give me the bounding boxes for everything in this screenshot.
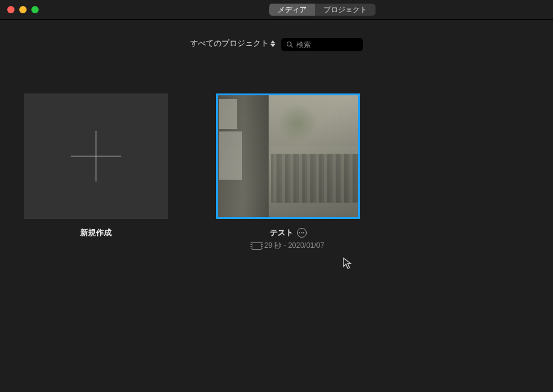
toolbar: すべてのプロジェクト [0, 20, 553, 57]
search-icon [286, 41, 293, 48]
window-controls [0, 6, 39, 13]
project-filter-dropdown[interactable]: すべてのプロジェクト [190, 38, 275, 49]
project-more-button[interactable] [297, 228, 307, 238]
project-tile: テスト 29 秒 - 2020/01/07 [216, 93, 360, 251]
minimize-window-button[interactable] [19, 6, 27, 13]
new-project-button[interactable] [24, 93, 168, 219]
maximize-window-button[interactable] [31, 6, 39, 13]
project-meta: 29 秒 - 2020/01/07 [252, 241, 324, 251]
new-project-label: 新規作成 [80, 227, 112, 238]
window-titlebar: メディア プロジェクト [0, 0, 553, 20]
filter-label: すべてのプロジェクト [190, 38, 269, 49]
project-thumbnail[interactable] [216, 93, 360, 219]
ellipsis-icon [299, 232, 304, 233]
search-input[interactable] [296, 40, 358, 49]
thumbnail-image [218, 95, 358, 217]
svg-line-1 [291, 46, 293, 48]
view-mode-tabs: メディア プロジェクト [269, 4, 376, 16]
projects-grid: 新規作成 テスト 29 秒 - 2020/01/07 [0, 57, 553, 287]
close-window-button[interactable] [7, 6, 14, 13]
new-project-tile: 新規作成 [24, 93, 168, 251]
plus-icon [71, 131, 121, 182]
project-meta-text: 29 秒 - 2020/01/07 [264, 241, 324, 251]
project-title: テスト [270, 227, 293, 238]
tab-media[interactable]: メディア [269, 4, 315, 16]
film-icon [252, 242, 261, 250]
project-title-row: テスト [270, 227, 307, 238]
updown-arrows-icon [270, 40, 275, 47]
tab-projects[interactable]: プロジェクト [315, 4, 376, 16]
svg-point-0 [287, 42, 292, 46]
search-box[interactable] [281, 38, 363, 51]
